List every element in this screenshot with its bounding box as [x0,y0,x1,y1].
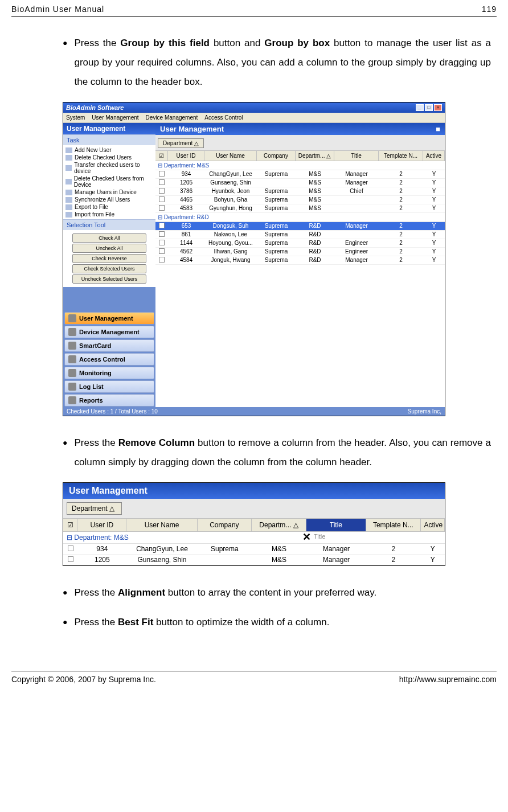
menu-system[interactable]: System [66,114,85,121]
row-checkbox[interactable] [68,556,73,562]
ss2-group-chip[interactable]: Department △ [67,502,122,515]
group-row-rd[interactable]: ⊟ Department: R&D [155,213,445,222]
row-checkbox[interactable] [159,257,165,263]
cell: Suprema [257,231,296,239]
uncheck-selected-button[interactable]: Uncheck Selected Users [72,274,146,284]
nav-label: User Management [79,315,133,322]
task-label: Delete Checked Users from Device [74,175,153,188]
main-title: User Management ■ [155,123,445,135]
nav-smartcard[interactable]: SmartCard [64,339,154,352]
ss2-group-row-ms[interactable]: ⊟ Department: M&S ✕ Title [63,532,445,544]
table-row[interactable]: 1205Gunsaeng, ShinM&SManager2Y [63,555,445,565]
cell: M&S [296,196,334,204]
ss2-col-company[interactable]: Company [198,519,252,531]
col-department[interactable]: Departm... △ [296,151,334,161]
col-user-name[interactable]: User Name [204,151,257,161]
cell: M&S [296,204,334,212]
check-selected-button[interactable]: Check Selected Users [72,264,146,273]
ss2-col-user-name[interactable]: User Name [126,519,197,531]
row-checkbox[interactable] [159,179,165,185]
nav-label: Monitoring [79,370,112,376]
status-right: Suprema Inc, [408,408,441,415]
table-row[interactable]: 3786Hyunbok, JeonSupremaM&SChief2Y [155,187,445,196]
row-checkbox[interactable] [159,196,165,202]
task-add-user[interactable]: Add New User [64,146,154,154]
nav-log-list[interactable]: Log List [64,380,154,393]
table-row[interactable]: 4465Bohyun, GhaSupremaM&S2Y [155,196,445,204]
row-checkbox[interactable] [159,240,165,245]
ss2-group-bar[interactable]: Department △ [63,499,445,519]
table-row[interactable]: 934ChangGyun, LeeSupremaM&SManager2Y [63,544,445,555]
cell: Bohyun, Gha [204,196,257,204]
cell: Manager [334,179,379,187]
menu-access-control[interactable]: Access Control [204,114,243,121]
row-checkbox[interactable]: ✓ [159,223,165,228]
nav-device-mgmt[interactable]: Device Management [64,326,154,338]
table-row[interactable]: 4584Jonguk, HwangSupremaR&DManager2Y [155,256,445,265]
row-checkbox[interactable] [68,546,73,551]
table-row[interactable]: 1205Gunsaeng, ShinM&SManager2Y [155,179,445,187]
col-checkbox[interactable]: ☑ [155,151,168,161]
maximize-icon[interactable]: □ [425,104,433,111]
cell: Hoyoung, Gyou... [204,239,257,247]
ss2-col-active[interactable]: Active [421,519,445,531]
ss2-col-department[interactable]: Departm... △ [252,519,306,531]
row-checkbox[interactable] [159,188,165,194]
task-delete-device[interactable]: Delete Checked Users from Device [64,175,154,188]
table-row[interactable]: 934ChangGyun, LeeSupremaM&SManager2Y [155,170,445,179]
task-manage-device[interactable]: Manage Users in Device [64,188,154,196]
ss2-col-checkbox[interactable]: ☑ [63,519,77,531]
nav-access-control[interactable]: Access Control [64,353,154,366]
menu-device-mgmt[interactable]: Device Management [146,114,198,121]
group-bar[interactable]: Department △ [155,135,445,151]
col-user-id[interactable]: User ID [168,151,204,161]
status-left: Checked Users : 1 / Total Users : 10 [67,408,158,415]
cell: 2 [366,544,421,554]
task-delete-checked[interactable]: Delete Checked Users [64,154,154,161]
row-checkbox[interactable] [159,171,165,177]
nav-user-mgmt[interactable]: User Management [64,312,154,325]
nav-label: SmartCard [79,342,111,349]
bullet-text: Press the Best Fit button to optimize th… [74,613,491,632]
table-row[interactable]: 4583Gyunghun, HongSupremaM&S2Y [155,204,445,213]
group-row-ms[interactable]: ⊟ Department: M&S [155,161,445,170]
row-checkbox[interactable] [159,248,165,254]
ss2-group-label: ⊟ Department: M&S [67,534,129,542]
table-row[interactable]: ✓653Dongsuk, SuhSupremaR&DManager2Y [155,222,445,231]
table-row[interactable]: 4562Ilhwan, GangSupremaR&DEngineer2Y [155,248,445,256]
row-checkbox[interactable] [159,231,165,237]
selection-buttons: Check All Uncheck All Check Reverse Chec… [63,230,155,287]
ss2-col-template[interactable]: Template N... [366,519,421,531]
menu-user-mgmt[interactable]: User Management [92,114,138,121]
col-title[interactable]: Title [334,151,379,161]
task-sync[interactable]: Synchronize All Users [64,196,154,203]
check-reverse-button[interactable]: Check Reverse [72,254,146,263]
bullet-dot: ● [63,34,67,92]
text: button to array the content in your pref… [165,587,376,598]
task-list: Add New User Delete Checked Users Transf… [63,145,155,219]
col-active[interactable]: Active [423,151,445,161]
close-icon[interactable]: × [434,104,442,111]
nav-monitoring[interactable]: Monitoring [64,367,154,379]
row-checkbox[interactable] [159,205,165,211]
task-import[interactable]: Import from File [64,211,154,218]
task-transfer[interactable]: Transfer checked users to device [64,161,154,175]
ss2-col-title-dragging[interactable]: Title [306,519,366,531]
col-company[interactable]: Company [257,151,296,161]
minimize-icon[interactable]: _ [416,104,424,111]
cell: ChangGyun, Lee [126,544,197,554]
bold-text: Alignment [118,587,165,598]
cell: M&S [252,555,306,565]
cell: 934 [77,544,126,554]
table-row[interactable]: 1144Hoyoung, Gyou...SupremaR&DEngineer2Y [155,239,445,248]
uncheck-all-button[interactable]: Uncheck All [72,244,146,253]
group-chip-department[interactable]: Department △ [158,138,204,148]
check-all-button[interactable]: Check All [72,233,146,243]
nav-reports[interactable]: Reports [64,394,154,407]
cell: 2 [379,222,423,230]
task-export[interactable]: Export to File [64,203,154,211]
table-row[interactable]: 861Nakwon, LeeSupremaR&D2Y [155,231,445,239]
col-template[interactable]: Template N... [379,151,423,161]
ss2-col-user-id[interactable]: User ID [77,519,126,531]
cell: 2 [379,256,423,264]
